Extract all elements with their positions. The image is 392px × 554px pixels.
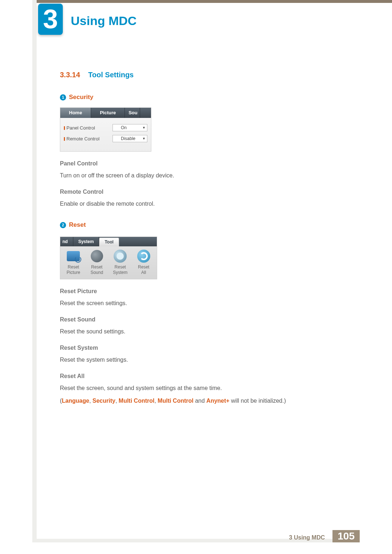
reset-sound-button[interactable]: Reset Sound [86,249,107,275]
note-language: Language [62,398,89,404]
row-remote-control: Remote Control Disable ▼ [64,133,147,144]
section-title: Tool Settings [88,71,134,79]
tab-picture[interactable]: Picture [91,108,125,118]
reset-all-label: Reset All [133,264,154,275]
reset-all-icon [137,249,151,263]
tab-home[interactable]: Home [60,108,91,118]
tab-tool[interactable]: Tool [99,238,119,246]
section-number: 3.3.14 [60,71,80,79]
note-and: and [193,398,207,404]
def-reset-picture-heading: Reset Picture [60,288,347,295]
label-remote-control: Remote Control [64,136,99,141]
chapter-number-badge: 3 [38,4,63,35]
tab-sound-cut[interactable]: Sou [125,108,140,118]
section-heading: 3.3.14 Tool Settings [60,71,347,79]
def-remote-control-heading: Remote Control [60,189,347,195]
chevron-down-icon: ▼ [142,137,146,140]
reset-sound-icon [90,249,104,263]
def-panel-control-heading: Panel Control [60,160,347,167]
def-reset-sound-text: Reset the sound settings. [60,327,347,336]
reset-all-button[interactable]: Reset All [133,249,154,275]
chapter-title: Using MDC [71,14,136,28]
reset-system-icon [113,249,127,263]
security-screenshot: Home Picture Sou Panel Control On ▼ Remo… [60,107,151,152]
bullet-1-icon: 1 [60,94,66,100]
reset-picture-label: Reset Picture [63,264,84,275]
label-panel-control: Panel Control [64,125,95,131]
note-c2: , [115,398,119,404]
def-reset-system-heading: Reset System [60,345,347,351]
page-content: 3.3.14 Tool Settings 1 Security Home Pic… [60,71,347,404]
top-accent-bar [32,0,392,3]
note-c3: , [154,398,158,404]
tab-system[interactable]: System [73,237,99,246]
reset-sound-label: Reset Sound [86,264,107,275]
reset-note: (Language, Security, Multi Control, Mult… [60,398,347,404]
reset-screenshot: nd System Tool Reset Picture Reset Sound… [60,237,157,279]
def-reset-all-heading: Reset All [60,373,347,379]
bullet-2-icon: 2 [60,222,66,228]
def-reset-picture-text: Reset the screen settings. [60,299,347,308]
page-number: 105 [332,530,360,542]
tab-nd-cut[interactable]: nd [60,237,73,246]
subsection-security-title: Security [69,94,93,101]
def-reset-all-text: Reset the screen, sound and system setti… [60,384,347,393]
security-tabs: Home Picture Sou [60,108,151,118]
security-body: Panel Control On ▼ Remote Control Disabl… [60,118,151,151]
subsection-security-heading: 1 Security [60,94,347,101]
def-panel-control-text: Turn on or off the screen of a display d… [60,171,347,180]
left-margin-bar [32,0,37,539]
reset-tabs: nd System Tool [60,237,157,246]
def-reset-sound-heading: Reset Sound [60,316,347,323]
note-c1: , [89,398,93,404]
row-panel-control: Panel Control On ▼ [64,122,147,133]
reset-picture-button[interactable]: Reset Picture [63,249,84,275]
select-panel-control[interactable]: On ▼ [113,124,147,131]
reset-picture-icon [66,249,80,263]
reset-system-label: Reset System [110,264,131,275]
note-multi2: Multi Control [158,398,193,404]
note-tail: will not be initialized.) [229,398,286,404]
subsection-reset-heading: 2 Reset [60,221,347,229]
tab-spacer [119,237,157,246]
def-reset-system-text: Reset the system settings. [60,356,347,364]
select-remote-value: Disable [121,136,135,141]
note-anynet: Anynet+ [207,398,230,404]
chevron-down-icon: ▼ [142,126,146,130]
note-security: Security [93,398,115,404]
reset-buttons: Reset Picture Reset Sound Reset System R… [60,246,157,279]
select-panel-value: On [121,125,127,130]
select-remote-control[interactable]: Disable ▼ [113,135,147,142]
reset-system-button[interactable]: Reset System [110,249,131,275]
def-remote-control-text: Enable or disable the remote control. [60,200,347,208]
subsection-reset-title: Reset [69,221,86,229]
footer-chapter-label: 3 Using MDC [289,534,325,541]
note-multi1: Multi Control [119,398,155,404]
